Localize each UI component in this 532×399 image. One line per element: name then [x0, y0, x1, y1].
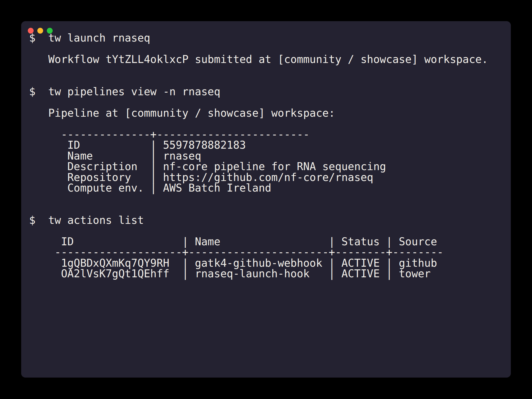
actions-table-row: OA2lVsK7gQt1QEhff | rnaseq-launch-hook |…	[29, 268, 508, 279]
pipeline-table-row: Name | rnaseq	[29, 151, 508, 161]
shell-prompt: $	[29, 85, 35, 98]
pipeline-table-row: Description | nf-core pipeline for RNA s…	[29, 161, 508, 172]
terminal-content[interactable]: $ tw launch rnaseq Workflow tYtZLL4oklxc…	[29, 33, 508, 372]
command-line: $ tw launch rnaseq	[29, 33, 508, 43]
terminal-blank-line	[29, 97, 508, 108]
actions-table-separator: --------------------+-------------------…	[29, 247, 508, 258]
terminal-window: $ tw launch rnaseq Workflow tYtZLL4oklxc…	[21, 21, 511, 378]
output-line: Pipeline at [community / showcase] works…	[29, 108, 508, 119]
pipeline-table-separator: --------------+------------------------	[29, 129, 508, 140]
command-text: tw actions list	[35, 214, 144, 226]
pipeline-table-row: Compute env. | AWS Batch Ireland	[29, 183, 508, 193]
terminal-blank-line	[29, 43, 508, 54]
pipeline-table-row: Repository | https://github.com/nf-core/…	[29, 172, 508, 183]
actions-table-row: 1gQBDxQXmKq7QY9RH | gatk4-github-webhook…	[29, 258, 508, 269]
shell-prompt: $	[29, 33, 35, 44]
output-line: Workflow tYtZLL4oklxcP submitted at [com…	[29, 54, 508, 65]
actions-table-header: ID | Name | Status | Source	[29, 236, 508, 247]
terminal-blank-line	[29, 65, 508, 76]
command-line: $ tw pipelines view -n rnaseq	[29, 86, 508, 97]
terminal-blank-line	[29, 225, 508, 236]
pipeline-table-row: ID | 5597878882183	[29, 140, 508, 151]
shell-prompt: $	[29, 214, 35, 226]
terminal-blank-line	[29, 204, 508, 215]
command-text: tw launch rnaseq	[35, 33, 150, 44]
command-line: $ tw actions list	[29, 215, 508, 226]
terminal-blank-line	[29, 118, 508, 129]
terminal-blank-line	[29, 75, 508, 86]
command-text: tw pipelines view -n rnaseq	[35, 85, 220, 98]
terminal-blank-line	[29, 193, 508, 204]
